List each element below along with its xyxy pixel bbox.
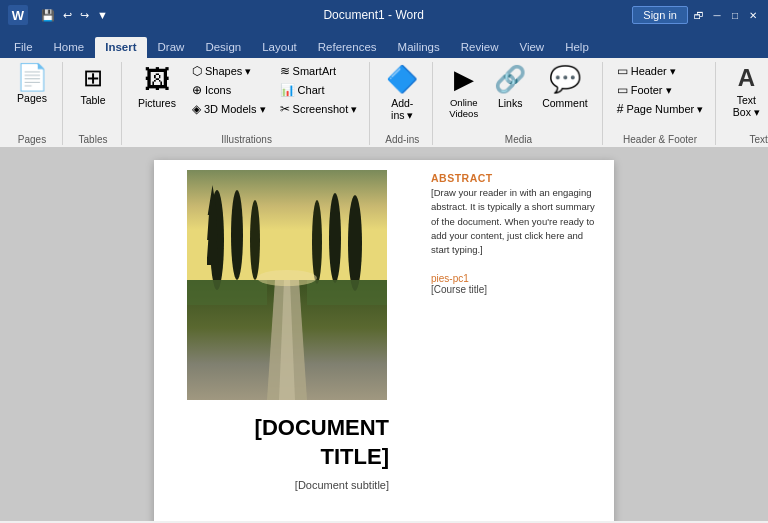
customize-qa-btn[interactable]: ▼	[94, 7, 111, 23]
3d-models-label: 3D Models ▾	[204, 103, 266, 116]
restore-icon[interactable]: 🗗	[692, 8, 706, 22]
comment-button[interactable]: 💬 Comment	[536, 62, 594, 111]
tab-view[interactable]: View	[509, 37, 554, 58]
screenshot-label: Screenshot ▾	[293, 103, 358, 116]
links-label: Links	[498, 97, 523, 109]
links-button[interactable]: 🔗 Links	[488, 62, 532, 111]
page-number-icon: #	[617, 102, 624, 116]
title-bar: W 💾 ↩ ↪ ▼ Document1 - Word Sign in 🗗 ─ □…	[0, 0, 768, 30]
tab-home[interactable]: Home	[44, 37, 95, 58]
addins-icon: 🔷	[386, 64, 418, 95]
table-button[interactable]: ⊞ Table	[73, 62, 113, 108]
author-section: pies-pc1 [Course title]	[431, 265, 598, 295]
svg-rect-11	[307, 280, 387, 305]
undo-qa-btn[interactable]: ↩	[60, 7, 75, 24]
svg-point-9	[348, 195, 362, 291]
abstract-label: ABSTRACT	[431, 172, 598, 184]
tab-draw[interactable]: Draw	[148, 37, 195, 58]
abstract-text[interactable]: [Draw your reader in with an engaging ab…	[431, 186, 598, 257]
tab-insert[interactable]: Insert	[95, 37, 146, 58]
svg-point-6	[250, 200, 260, 280]
header-icon: ▭	[617, 64, 628, 78]
svg-point-5	[231, 190, 243, 280]
pictures-icon: 🖼	[144, 64, 170, 95]
smartart-button[interactable]: ≋ SmartArt	[276, 62, 362, 80]
title-bar-left: W 💾 ↩ ↪ ▼	[8, 5, 115, 26]
illustrations-small-buttons: ⬡ Shapes ▾ ⊕ Icons ◈ 3D Models ▾	[188, 62, 270, 118]
page-content: [DOCUMENTTITLE] [Document subtitle] ABST…	[154, 160, 614, 521]
online-videos-button[interactable]: ▶ OnlineVideos	[443, 62, 484, 121]
smartart-label: SmartArt	[293, 65, 336, 77]
tab-layout[interactable]: Layout	[252, 37, 307, 58]
footer-icon: ▭	[617, 83, 628, 97]
3d-models-icon: ◈	[192, 102, 201, 116]
document-page: [DOCUMENTTITLE] [Document subtitle] ABST…	[154, 160, 614, 521]
tab-references[interactable]: References	[308, 37, 387, 58]
ribbon-group-tables: ⊞ Table Tables	[69, 62, 122, 145]
svg-rect-10	[187, 280, 267, 305]
ribbon-group-header-footer: ▭ Header ▾ ▭ Footer ▾ # Page Number ▾ He…	[609, 62, 717, 145]
maximize-icon[interactable]: □	[728, 8, 742, 22]
table-icon: ⊞	[83, 64, 103, 92]
pages-button[interactable]: 📄 Pages	[10, 62, 54, 106]
document-title[interactable]: [DOCUMENTTITLE]	[174, 414, 399, 471]
addins-label: Add-ins ▾	[386, 97, 418, 121]
textbox-icon: A	[738, 64, 755, 92]
pages-group-label: Pages	[10, 134, 54, 145]
table-label: Table	[80, 94, 105, 106]
tab-file[interactable]: File	[4, 37, 43, 58]
page-left: [DOCUMENTTITLE] [Document subtitle]	[154, 160, 419, 521]
pages-icon: 📄	[16, 64, 48, 90]
3d-models-button[interactable]: ◈ 3D Models ▾	[188, 100, 270, 118]
ribbon-group-media: ▶ OnlineVideos 🔗 Links 💬 Comment Media	[439, 62, 602, 145]
author-name[interactable]: pies-pc1	[431, 273, 598, 284]
ribbon-group-text: A TextBox ▾ Ω A A↓ Text	[722, 62, 768, 145]
document-area: [DOCUMENTTITLE] [Document subtitle] ABST…	[0, 148, 768, 521]
document-image[interactable]	[187, 170, 387, 400]
header-button[interactable]: ▭ Header ▾	[613, 62, 708, 80]
redo-qa-btn[interactable]: ↪	[77, 7, 92, 24]
minimize-icon[interactable]: ─	[710, 8, 724, 22]
illustrations-group-label: Illustrations	[132, 134, 361, 145]
icons-button[interactable]: ⊕ Icons	[188, 81, 270, 99]
document-subtitle[interactable]: [Document subtitle]	[174, 479, 399, 491]
media-group-label: Media	[443, 134, 593, 145]
shapes-button[interactable]: ⬡ Shapes ▾	[188, 62, 270, 80]
tab-help[interactable]: Help	[555, 37, 599, 58]
header-footer-group-label: Header & Footer	[613, 134, 708, 145]
text-group-label: Text	[726, 134, 768, 145]
addins-group-label: Add-ins	[380, 134, 424, 145]
icons-icon: ⊕	[192, 83, 202, 97]
shapes-icon: ⬡	[192, 64, 202, 78]
tab-design[interactable]: Design	[195, 37, 251, 58]
close-icon[interactable]: ✕	[746, 8, 760, 22]
page-number-label: Page Number ▾	[626, 103, 703, 116]
tab-mailings[interactable]: Mailings	[388, 37, 450, 58]
abstract-section: ABSTRACT [Draw your reader in with an en…	[431, 172, 598, 257]
tab-review[interactable]: Review	[451, 37, 509, 58]
svg-point-12	[257, 270, 317, 286]
footer-button[interactable]: ▭ Footer ▾	[613, 81, 708, 99]
course-title[interactable]: [Course title]	[431, 284, 598, 295]
icons-label: Icons	[205, 84, 231, 96]
textbox-button[interactable]: A TextBox ▾	[726, 62, 766, 120]
svg-point-8	[329, 193, 341, 283]
save-qa-btn[interactable]: 💾	[38, 7, 58, 24]
chart-icon: 📊	[280, 83, 295, 97]
ribbon-group-pages: 📄 Pages Pages	[6, 62, 63, 145]
screenshot-button[interactable]: ✂ Screenshot ▾	[276, 100, 362, 118]
illustrations-small-buttons-2: ≋ SmartArt 📊 Chart ✂ Screenshot ▾	[276, 62, 362, 118]
page-right: ABSTRACT [Draw your reader in with an en…	[419, 160, 614, 521]
page-number-button[interactable]: # Page Number ▾	[613, 100, 708, 118]
tables-group-label: Tables	[73, 134, 113, 145]
addins-button[interactable]: 🔷 Add-ins ▾	[380, 62, 424, 123]
title-bar-right: Sign in 🗗 ─ □ ✕	[632, 6, 760, 24]
pages-label: Pages	[17, 92, 47, 104]
comment-label: Comment	[542, 97, 588, 109]
ribbon: 📄 Pages Pages ⊞ Table Tables 🖼 Pictures	[0, 58, 768, 148]
chart-button[interactable]: 📊 Chart	[276, 81, 362, 99]
svg-point-4	[210, 190, 224, 290]
chart-label: Chart	[298, 84, 325, 96]
sign-in-button[interactable]: Sign in	[632, 6, 688, 24]
pictures-button[interactable]: 🖼 Pictures	[132, 62, 182, 111]
